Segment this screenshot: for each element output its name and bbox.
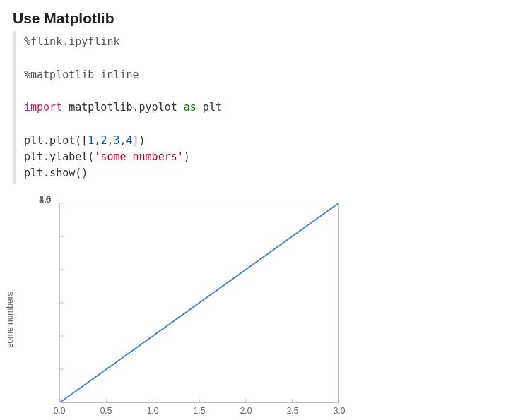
y-tick: 1.0 [39,195,51,205]
x-tick: 0.5 [100,406,112,416]
code-token-num: 4 [126,134,133,147]
x-tick: 2.0 [240,406,252,416]
chart-y-ticks: 4.0 3.5 3.0 2.5 2.0 1.5 1.0 [27,200,55,404]
code-token-import: import [24,101,62,114]
code-token: ) [184,150,190,163]
chart-x-ticks: 0.0 0.5 1.0 1.5 2.0 2.5 3.0 [59,406,339,420]
code-line: %matplotlib inline [24,68,139,81]
code-token: plt.ylabel( [24,150,94,163]
code-line: %flink.ipyflink [24,35,119,48]
code-block: %flink.ipyflink %matplotlib inline impor… [13,31,517,184]
section-heading: Use Matplotlib [13,10,517,27]
x-tick: 1.0 [147,406,159,416]
code-token-as: as [184,101,196,114]
x-tick: 1.5 [194,406,206,416]
code-token: plt.plot([ [24,134,88,147]
x-tick: 2.5 [287,406,299,416]
code-token: ]) [133,134,146,147]
code-token-num: 1 [88,134,94,147]
x-tick: 0.0 [54,406,66,416]
x-tick: 3.0 [334,406,346,416]
code-token: plt.show() [24,167,88,179]
chart-series-line [60,203,338,402]
code-token: matplotlib.pyplot [62,101,184,114]
code-token-str: 'some numbers' [94,150,183,163]
code-token: , [119,134,126,147]
code-token: plt [196,101,222,114]
chart-ylabel: some numbers [5,292,15,347]
chart-plot-area [59,203,339,403]
chart: some numbers 4.0 3.5 3.0 2.5 2.0 1.5 1.0 [13,200,352,420]
